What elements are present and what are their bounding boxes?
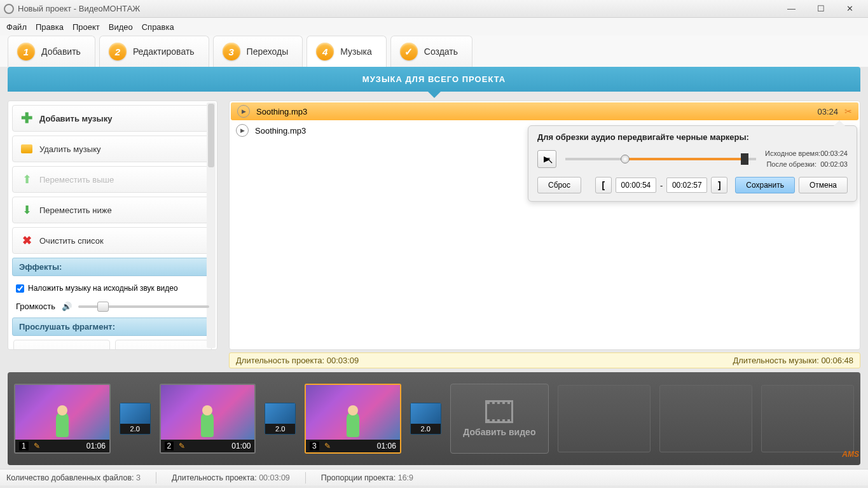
trim-play-button[interactable]: ▶↖ xyxy=(537,150,556,168)
pencil-icon[interactable]: ✎ xyxy=(34,442,40,450)
video-clip-selected[interactable]: 3 ✎ 01:06 xyxy=(305,384,401,454)
tab-music[interactable]: 4 Музыка xyxy=(307,36,387,67)
transition-thumb xyxy=(411,403,441,424)
bracket-start-button[interactable]: [ xyxy=(595,177,612,193)
menu-help[interactable]: Справка xyxy=(142,22,174,32)
files-count: 3 xyxy=(136,473,141,482)
menu-bar: Файл Правка Проект Видео Справка xyxy=(0,18,868,36)
menu-edit[interactable]: Правка xyxy=(36,22,64,32)
scrollbar-thumb[interactable] xyxy=(208,104,214,167)
listen-button[interactable]: ▶ Прослушать xyxy=(13,340,110,350)
after-trim-value: 00:02:03 xyxy=(820,160,848,168)
add-music-button[interactable]: ✚ Добавить музыку xyxy=(12,105,213,132)
delete-music-button[interactable]: Удалить музыку xyxy=(12,136,213,162)
sidebar-scrollbar[interactable] xyxy=(207,102,216,348)
transition-duration: 2.0 xyxy=(120,424,150,434)
tab-transitions[interactable]: 3 Переходы xyxy=(213,36,303,67)
save-button[interactable]: Сохранить xyxy=(735,177,795,193)
cancel-button[interactable]: Отмена xyxy=(799,177,848,193)
tab-edit[interactable]: 2 Редактировать xyxy=(99,36,209,67)
transition-box[interactable]: 2.0 xyxy=(410,403,441,435)
tab-number-icon: 1 xyxy=(17,43,35,60)
empty-clip-slot xyxy=(761,385,854,452)
tab-add[interactable]: 1 Добавить xyxy=(8,36,95,67)
clip-thumbnail xyxy=(306,385,400,440)
clip-number: 1 xyxy=(19,442,29,450)
tab-number-icon: 4 xyxy=(316,43,334,60)
title-bar: Новый проект - ВидеоМОНТАЖ — ☐ ✕ xyxy=(0,0,868,18)
menu-video[interactable]: Видео xyxy=(109,22,133,32)
play-track-icon[interactable]: ▶ xyxy=(237,105,250,118)
music-length-label: Длительность музыки: xyxy=(733,356,821,365)
clear-list-button[interactable]: ✖ Очистить список xyxy=(12,227,213,254)
add-video-button[interactable]: Добавить видео xyxy=(450,384,549,454)
window-title: Новый проект - ВидеоМОНТАЖ xyxy=(18,4,777,13)
aspect-ratio: 16:9 xyxy=(398,473,413,482)
move-down-button[interactable]: ⬇ Переместить ниже xyxy=(12,197,213,223)
transition-thumb xyxy=(120,403,150,424)
close-button[interactable]: ✕ xyxy=(836,3,864,15)
menu-project[interactable]: Проект xyxy=(72,22,100,32)
trim-slider[interactable] xyxy=(565,158,756,160)
clip-thumbnail xyxy=(161,385,255,440)
trim-title: Для обрезки аудио передвигайте черные ма… xyxy=(537,132,848,142)
trim-end-input[interactable] xyxy=(666,178,707,193)
transition-box[interactable]: 2.0 xyxy=(265,403,296,435)
clip-number: 2 xyxy=(165,442,174,450)
volume-slider[interactable] xyxy=(78,305,209,308)
clip-duration: 01:00 xyxy=(231,442,251,450)
button-label: Прослушать xyxy=(45,348,92,350)
move-up-button[interactable]: ⬆ Переместить выше xyxy=(12,166,213,193)
project-length-value: 00:03:09 xyxy=(327,356,359,365)
step-tabs: 1 Добавить 2 Редактировать 3 Переходы 4 … xyxy=(0,36,868,67)
video-clip[interactable]: 1 ✎ 01:06 xyxy=(14,384,111,454)
video-clip[interactable]: 2 ✎ 01:00 xyxy=(160,384,256,454)
stop-button[interactable]: ◼ Остановить xyxy=(115,340,212,350)
src-time-label: Исходное время: xyxy=(765,150,820,157)
trim-start-input[interactable] xyxy=(616,178,656,193)
button-label: Удалить музыку xyxy=(39,144,100,154)
music-length-value: 00:06:48 xyxy=(821,356,853,365)
scissors-icon[interactable]: ✂ xyxy=(844,106,852,116)
maximize-button[interactable]: ☐ xyxy=(806,3,835,15)
volume-handle[interactable] xyxy=(97,302,109,312)
status-bar: Количество добавленных файлов: 3 Длитель… xyxy=(0,469,868,485)
tab-label: Добавить xyxy=(41,46,81,57)
clip-duration: 01:06 xyxy=(86,442,106,450)
overlay-checkbox[interactable] xyxy=(16,284,24,293)
menu-file[interactable]: Файл xyxy=(6,22,27,32)
pencil-icon[interactable]: ✎ xyxy=(179,442,185,450)
track-row[interactable]: ▶ Soothing.mp3 03:24 ✂ xyxy=(231,102,858,120)
empty-clip-slot xyxy=(558,385,651,452)
bracket-end-button[interactable]: ] xyxy=(711,177,727,193)
tab-label: Музыка xyxy=(340,46,372,57)
empty-clip-slot xyxy=(659,385,752,452)
button-label: Остановить xyxy=(147,348,192,350)
play-icon: ▶ xyxy=(32,347,39,350)
music-tracks-panel: ▶ Soothing.mp3 03:24 ✂ ▶ Soothing.mp3 Дл… xyxy=(229,101,860,350)
trim-playhead[interactable] xyxy=(621,155,630,164)
tab-label: Редактировать xyxy=(133,46,195,57)
aspect-ratio-label: Пропорции проекта: xyxy=(321,473,398,482)
preview-heading: Прослушать фрагмент: xyxy=(12,317,213,336)
tab-number-icon: 3 xyxy=(223,43,240,60)
transition-duration: 2.0 xyxy=(265,424,295,434)
clip-duration: 01:06 xyxy=(377,442,396,450)
film-icon xyxy=(485,400,513,423)
reset-button[interactable]: Сброс xyxy=(537,177,581,193)
minimize-button[interactable]: — xyxy=(777,3,806,15)
tab-create[interactable]: ✓ Создать xyxy=(390,36,472,67)
trim-end-marker[interactable] xyxy=(741,153,748,165)
arrow-down-icon: ⬇ xyxy=(20,204,33,216)
dash: - xyxy=(660,181,663,190)
tab-label: Переходы xyxy=(247,46,289,57)
button-label: Добавить музыку xyxy=(39,114,112,123)
effects-heading: Эффекты: xyxy=(12,258,213,276)
pencil-icon[interactable]: ✎ xyxy=(324,442,331,450)
separator xyxy=(305,472,306,484)
add-video-label: Добавить видео xyxy=(463,427,535,437)
project-length-label: Длительность проекта: xyxy=(236,356,327,365)
play-track-icon[interactable]: ▶ xyxy=(236,124,249,137)
section-banner: МУЗЫКА ДЛЯ ВСЕГО ПРОЕКТА xyxy=(8,67,860,92)
transition-box[interactable]: 2.0 xyxy=(120,403,151,435)
